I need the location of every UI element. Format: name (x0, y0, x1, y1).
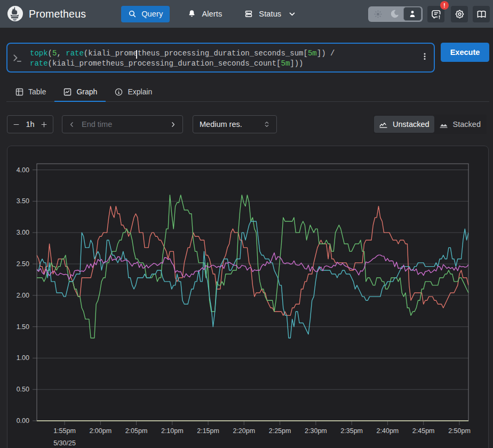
svg-text:2:25pm: 2:25pm (269, 427, 291, 435)
svg-text:2:20pm: 2:20pm (233, 427, 255, 435)
svg-text:3.00: 3.00 (17, 229, 29, 236)
svg-text:2:35pm: 2:35pm (340, 427, 363, 435)
svg-text:2:40pm: 2:40pm (377, 427, 399, 435)
svg-text:2.00: 2.00 (17, 292, 29, 299)
svg-text:2:10pm: 2:10pm (161, 427, 184, 435)
svg-text:2.50: 2.50 (17, 260, 29, 268)
svg-text:2:15pm: 2:15pm (197, 427, 219, 435)
svg-text:2:00pm: 2:00pm (89, 427, 112, 435)
svg-text:1:55pm: 1:55pm (53, 427, 76, 435)
svg-text:5/30/25: 5/30/25 (53, 439, 76, 447)
svg-text:0.00: 0.00 (17, 417, 29, 425)
svg-text:2:30pm: 2:30pm (305, 427, 327, 435)
svg-text:4.00: 4.00 (17, 166, 29, 174)
svg-text:1.00: 1.00 (17, 354, 29, 362)
svg-text:1.50: 1.50 (17, 323, 29, 331)
svg-text:2:45pm: 2:45pm (412, 427, 435, 435)
svg-text:2:05pm: 2:05pm (125, 427, 148, 435)
svg-text:0.50: 0.50 (17, 386, 29, 393)
svg-text:2:50pm: 2:50pm (448, 427, 471, 435)
svg-text:3.50: 3.50 (17, 197, 29, 205)
